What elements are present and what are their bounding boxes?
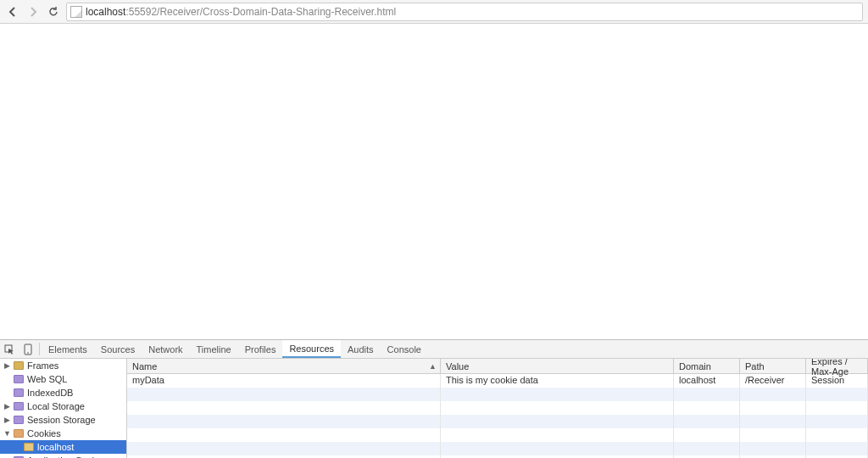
forward-button[interactable] — [25, 4, 41, 20]
tab-network[interactable]: Network — [142, 340, 189, 358]
sidebar-item-frames[interactable]: ▶Frames — [0, 359, 126, 372]
sidebar-item-label: localhost — [37, 442, 74, 452]
sidebar-item-local-storage[interactable]: ▶Local Storage — [0, 399, 126, 413]
tab-console[interactable]: Console — [381, 340, 428, 358]
table-row[interactable] — [127, 428, 868, 442]
table-row[interactable]: myDataThis is my cookie datalocalhost/Re… — [127, 374, 868, 388]
resources-sidebar[interactable]: ▶FramesWeb SQLIndexedDB▶Local Storage▶Se… — [0, 359, 127, 458]
tab-sources[interactable]: Sources — [94, 340, 142, 358]
url-bar[interactable]: localhost:55592/Receiver/Cross-Domain-Da… — [66, 3, 863, 21]
folder-icon — [14, 429, 24, 438]
sidebar-item-localhost[interactable]: localhost — [0, 440, 126, 454]
sidebar-item-application-cache[interactable]: Application Cache — [0, 454, 126, 458]
sidebar-item-label: Frames — [27, 360, 58, 371]
tab-timeline[interactable]: Timeline — [190, 340, 238, 358]
sidebar-item-label: Local Storage — [27, 401, 85, 411]
browser-toolbar: localhost:55592/Receiver/Cross-Domain-Da… — [0, 0, 868, 24]
table-row[interactable] — [127, 401, 868, 415]
page-viewport — [0, 24, 868, 339]
tab-profiles[interactable]: Profiles — [238, 340, 283, 358]
folder-icon — [14, 375, 24, 383]
chevron-icon: ▼ — [3, 429, 10, 438]
sidebar-item-session-storage[interactable]: ▶Session Storage — [0, 413, 126, 427]
inspect-icon[interactable] — [0, 340, 19, 358]
folder-icon — [24, 443, 34, 451]
chevron-icon: ▶ — [3, 416, 10, 424]
sidebar-item-web-sql[interactable]: Web SQL — [0, 372, 126, 386]
svg-point-2 — [27, 352, 29, 354]
table-header[interactable]: Name▲ Value Domain Path Expires / Max-Ag… — [127, 359, 868, 374]
table-row[interactable] — [127, 415, 868, 428]
tab-resources[interactable]: Resources — [282, 340, 341, 358]
folder-icon — [14, 361, 24, 370]
table-body[interactable]: myDataThis is my cookie datalocalhost/Re… — [127, 374, 868, 458]
back-button[interactable] — [5, 4, 20, 20]
sidebar-item-indexeddb[interactable]: IndexedDB — [0, 386, 126, 399]
sidebar-item-label: Cookies — [27, 428, 61, 438]
sidebar-item-label: IndexedDB — [27, 388, 73, 398]
cookies-table: Name▲ Value Domain Path Expires / Max-Ag… — [127, 359, 868, 458]
tab-audits[interactable]: Audits — [341, 340, 381, 358]
folder-icon — [14, 416, 24, 424]
table-row[interactable] — [127, 388, 868, 401]
folder-icon — [14, 388, 24, 397]
sidebar-item-label: Session Storage — [27, 415, 96, 425]
tab-elements[interactable]: Elements — [42, 340, 94, 358]
sidebar-item-label: Web SQL — [27, 374, 68, 384]
sidebar-item-cookies[interactable]: ▼Cookies — [0, 427, 126, 440]
devtools-tabbar: ElementsSourcesNetworkTimelineProfilesRe… — [0, 340, 868, 359]
chevron-icon: ▶ — [3, 361, 10, 370]
url-text: localhost:55592/Receiver/Cross-Domain-Da… — [86, 6, 396, 18]
reload-button[interactable] — [46, 4, 61, 20]
device-icon[interactable] — [19, 340, 37, 358]
folder-icon — [14, 402, 24, 411]
chevron-icon: ▶ — [3, 402, 10, 411]
table-row[interactable] — [127, 442, 868, 455]
sort-asc-icon: ▲ — [429, 362, 437, 371]
devtools-panel: ElementsSourcesNetworkTimelineProfilesRe… — [0, 339, 868, 458]
page-icon — [70, 6, 82, 18]
